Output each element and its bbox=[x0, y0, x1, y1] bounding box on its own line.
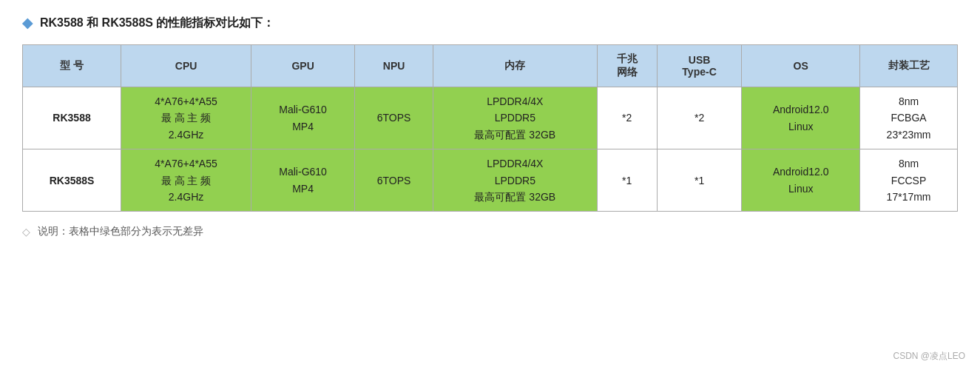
cell-usb: *2 bbox=[657, 87, 742, 149]
column-header: 内存 bbox=[433, 45, 598, 87]
note-row: ◇ 说明：表格中绿色部分为表示无差异 bbox=[22, 225, 958, 238]
note-text: 说明：表格中绿色部分为表示无差异 bbox=[38, 225, 203, 238]
column-header: OS bbox=[742, 45, 860, 87]
cell-gpu: Mali-G610 MP4 bbox=[251, 149, 355, 212]
column-header: USB Type-C bbox=[657, 45, 742, 87]
column-header: 型 号 bbox=[23, 45, 121, 87]
cell-mem: LPDDR4/4X LPDDR5 最高可配置 32GB bbox=[433, 149, 598, 212]
column-header: NPU bbox=[355, 45, 433, 87]
table-row: RK3588S4*A76+4*A55 最 高 主 频 2.4GHzMali-G6… bbox=[23, 149, 958, 212]
column-header: CPU bbox=[121, 45, 251, 87]
note-diamond-icon: ◇ bbox=[22, 226, 30, 238]
table-row: RK35884*A76+4*A55 最 高 主 频 2.4GHzMali-G61… bbox=[23, 87, 958, 149]
cell-gige: *1 bbox=[597, 149, 657, 212]
cell-model: RK3588S bbox=[23, 149, 121, 212]
cell-os: Android12.0 Linux bbox=[742, 149, 860, 212]
cell-cpu: 4*A76+4*A55 最 高 主 频 2.4GHz bbox=[121, 87, 251, 149]
cell-cpu: 4*A76+4*A55 最 高 主 频 2.4GHz bbox=[121, 149, 251, 212]
table-header-row: 型 号CPUGPUNPU内存千兆 网络USB Type-COS封装工艺 bbox=[23, 45, 958, 87]
cell-npu: 6TOPS bbox=[355, 87, 433, 149]
cell-package: 8nm FCCSP 17*17mm bbox=[860, 149, 958, 212]
cell-package: 8nm FCBGA 23*23mm bbox=[860, 87, 958, 149]
cell-usb: *1 bbox=[657, 149, 742, 212]
page-title: ◆ RK3588 和 RK3588S 的性能指标对比如下： bbox=[22, 15, 958, 31]
cell-gpu: Mali-G610 MP4 bbox=[251, 87, 355, 149]
cell-model: RK3588 bbox=[23, 87, 121, 149]
watermark: CSDN @凌点LEO bbox=[893, 350, 965, 363]
cell-os: Android12.0 Linux bbox=[742, 87, 860, 149]
title-text: RK3588 和 RK3588S 的性能指标对比如下： bbox=[40, 16, 274, 31]
cell-npu: 6TOPS bbox=[355, 149, 433, 212]
cell-gige: *2 bbox=[597, 87, 657, 149]
column-header: GPU bbox=[251, 45, 355, 87]
comparison-table: 型 号CPUGPUNPU内存千兆 网络USB Type-COS封装工艺 RK35… bbox=[22, 44, 958, 212]
column-header: 封装工艺 bbox=[860, 45, 958, 87]
diamond-icon: ◆ bbox=[22, 15, 33, 31]
column-header: 千兆 网络 bbox=[597, 45, 657, 87]
cell-mem: LPDDR4/4X LPDDR5 最高可配置 32GB bbox=[433, 87, 598, 149]
